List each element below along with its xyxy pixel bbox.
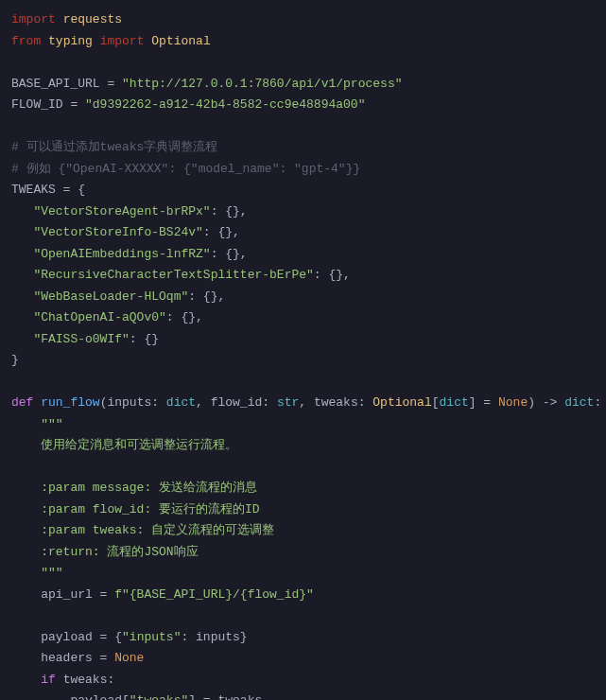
docstring-line: """: [11, 563, 595, 585]
comment-line: # 可以通过添加tweaks字典调整流程: [11, 137, 595, 159]
code-line: "RecursiveCharacterTextSplitter-bErPe": …: [11, 265, 595, 287]
comment-line: # 例如 {"OpenAI-XXXXX": {"model_name": "gp…: [11, 159, 595, 181]
keyword-def: def: [11, 395, 33, 410]
keyword-import: import: [100, 34, 145, 48]
keyword-import: import: [11, 12, 56, 26]
code-line: from typing import Optional: [11, 31, 595, 53]
variable: BASE_API_URL: [11, 77, 100, 91]
code-line: "VectorStoreAgent-brRPx": {},: [11, 201, 595, 223]
code-line: "VectorStoreInfo-BS24v": {},: [11, 222, 595, 244]
docstring-line: """: [11, 414, 595, 436]
blank-line: [11, 52, 595, 74]
class-name: Optional: [151, 34, 210, 48]
string-literal: "http://127.0.0.1:7860/api/v1/process": [122, 77, 402, 91]
code-line: "WebBaseLoader-HLOqm": {},: [11, 287, 595, 308]
code-line: TWEAKS = {: [11, 180, 595, 201]
code-line: "ChatOpenAI-aQOv0": {},: [11, 307, 595, 329]
docstring-line: :param tweaks: 自定义流程的可选调整: [11, 520, 595, 542]
code-line: "OpenAIEmbeddings-lnfRZ": {},: [11, 244, 595, 266]
code-line: "FAISS-o0WIf": {}: [11, 329, 595, 351]
module-name: requests: [63, 12, 122, 26]
code-line: if tweaks:: [11, 670, 595, 691]
docstring-line: :param message: 发送给流程的消息: [11, 478, 595, 499]
code-block: import requests from typing import Optio…: [11, 9, 595, 700]
docstring-line: 使用给定消息和可选调整运行流程。: [11, 435, 595, 457]
keyword-if: if: [41, 673, 56, 687]
function-name: run_flow: [33, 395, 99, 410]
blank-line: [11, 116, 595, 138]
code-line: }: [11, 350, 595, 372]
code-line: def run_flow(inputs: dict, flow_id: str,…: [11, 393, 595, 414]
code-line: api_url = f"{BASE_API_URL}/{flow_id}": [11, 585, 595, 606]
blank-line: [11, 457, 595, 479]
code-line: import requests: [11, 9, 595, 31]
code-line: payload = {"inputs": inputs}: [11, 627, 595, 649]
docstring-line: :param flow_id: 要运行的流程的ID: [11, 499, 595, 521]
code-line: payload["tweaks"] = tweaks: [11, 691, 595, 700]
string-literal: "d9392262-a912-42b4-8582-cc9e48894a00": [85, 97, 365, 112]
blank-line: [11, 605, 595, 627]
docstring-line: :return: 流程的JSON响应: [11, 542, 595, 564]
code-line: headers = None: [11, 648, 595, 670]
variable: FLOW_ID: [11, 97, 63, 112]
variable: TWEAKS: [11, 183, 56, 197]
module-name: typing: [48, 34, 93, 48]
code-line: FLOW_ID = "d9392262-a912-42b4-8582-cc9e4…: [11, 95, 595, 116]
code-line: BASE_API_URL = "http://127.0.0.1:7860/ap…: [11, 74, 595, 96]
keyword-from: from: [11, 34, 41, 48]
blank-line: [11, 372, 595, 394]
